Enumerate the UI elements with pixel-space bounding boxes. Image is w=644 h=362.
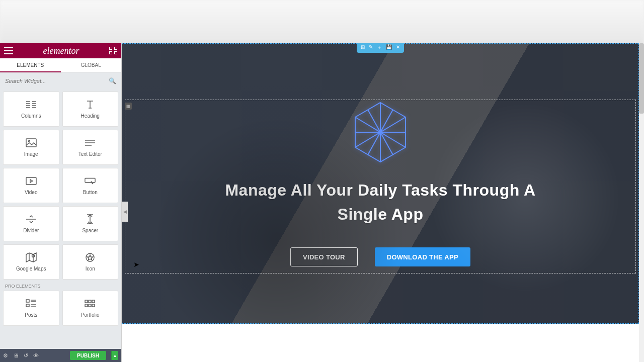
widget-image[interactable]: Image [3,130,59,165]
browser-chrome [0,0,644,43]
widget-label: Image [24,151,38,157]
sidebar-footer: ⚙ 🖥 ↺ 👁 PUBLISH ▲ [0,349,121,362]
svg-rect-29 [26,304,29,307]
section-edit-icon[interactable]: ✎ [369,44,373,51]
widget-spacer[interactable]: Spacer [62,206,119,241]
heading-icon [85,100,96,109]
widget-label: Portfolio [81,312,100,318]
widget-label: Heading [81,113,100,119]
widget-icon[interactable]: Icon [62,244,119,280]
video-icon [26,176,37,186]
app-frame: elementor ELEMENTS GLOBAL 🔍 ColumnsHeadi… [0,43,644,362]
search-icon[interactable]: 🔍 [109,77,116,84]
tab-elements[interactable]: ELEMENTS [0,58,61,72]
widget-columns[interactable]: Columns [3,92,59,127]
widget-label: Icon [86,266,95,272]
vertical-scrollbar[interactable] [639,43,644,362]
settings-icon[interactable]: ⚙ [3,352,8,359]
search-input[interactable] [5,78,109,84]
section-close-icon[interactable]: ✕ [396,44,400,51]
publish-dropdown[interactable]: ▲ [111,351,118,360]
widgets-grid-icon[interactable] [109,47,117,55]
spacer-icon [85,215,96,224]
widget-label: Text Editor [78,151,102,157]
menu-icon[interactable] [4,47,13,54]
widget-button[interactable]: Button [62,168,119,203]
tab-global[interactable]: GLOBAL [61,58,122,72]
history-icon[interactable]: ↺ [24,352,28,359]
preview-icon[interactable]: 👁 [33,352,39,358]
svg-rect-36 [92,300,95,303]
svg-marker-17 [30,179,33,183]
section-toolbar: ⊞ ✎ ＋ 💾 ✕ [357,43,404,53]
svg-rect-39 [92,304,95,307]
svg-rect-38 [89,304,91,307]
column-handle-icon[interactable]: ▦ [125,103,132,110]
widget-label: Spacer [82,228,98,233]
google-maps-icon [26,253,37,262]
video-tour-button[interactable]: VIDEO TOUR [290,247,358,266]
icon-icon [85,253,96,262]
widget-posts[interactable]: Posts [3,291,59,326]
image-icon [26,138,37,147]
widget-label: Divider [23,228,39,233]
button-icon [85,176,96,186]
divider-icon [26,215,37,224]
hero-section[interactable]: ⊞ ✎ ＋ 💾 ✕ ▦ Manage All Your Daily Tasks … [122,43,639,324]
panel-collapse-handle[interactable]: ◀ [122,202,128,222]
section-add-icon[interactable]: ＋ [377,44,382,51]
columns-icon [26,100,37,109]
text-editor-icon [85,138,96,147]
svg-rect-18 [85,178,95,182]
widget-search: 🔍 [0,72,121,89]
widget-label: Columns [21,113,41,119]
section-save-icon[interactable]: 💾 [386,44,392,51]
widget-label: Posts [25,312,37,318]
widget-video[interactable]: Video [3,168,59,203]
scrollbar-thumb[interactable] [639,43,644,114]
svg-rect-16 [26,177,36,185]
responsive-icon[interactable]: 🖥 [13,352,19,358]
section-drag-icon[interactable]: ⊞ [361,44,365,51]
sidebar-tabs: ELEMENTS GLOBAL [0,58,121,72]
posts-icon [26,299,37,308]
widget-text-editor[interactable]: Text Editor [62,130,119,165]
svg-rect-28 [26,300,29,302]
widget-google-maps[interactable]: Google Maps [3,244,59,280]
hero-heading[interactable]: Manage All Your Daily Tasks Through A Si… [219,178,541,226]
editor-canvas[interactable]: ◀ ⊞ ✎ ＋ 💾 ✕ ▦ Manage All Your Dail [122,43,644,362]
sidebar-header: elementor [0,43,121,58]
download-app-button[interactable]: DOWNLOAD THE APP [375,247,470,266]
svg-point-12 [28,140,30,142]
widget-divider[interactable]: Divider [3,206,59,241]
svg-rect-35 [89,300,91,303]
widget-label: Button [83,190,98,195]
widget-portfolio[interactable]: Portfolio [62,291,119,326]
widget-list: ColumnsHeadingImageText EditorVideoButto… [0,89,121,349]
widget-label: Video [25,190,37,195]
publish-button[interactable]: PUBLISH [70,351,106,360]
hero-cube-icon [353,101,408,164]
brand-logo: elementor [43,46,79,56]
widget-heading[interactable]: Heading [62,92,119,127]
svg-rect-34 [85,300,88,303]
portfolio-icon [85,299,96,308]
editor-sidebar: elementor ELEMENTS GLOBAL 🔍 ColumnsHeadi… [0,43,122,362]
hero-buttons: VIDEO TOUR DOWNLOAD THE APP [290,247,470,266]
widget-label: Google Maps [16,266,46,272]
svg-rect-37 [85,304,88,307]
svg-rect-11 [26,139,36,147]
pro-section-label: PRO ELEMENTS [3,280,118,291]
section-outline [122,43,639,324]
svg-marker-27 [88,255,93,260]
